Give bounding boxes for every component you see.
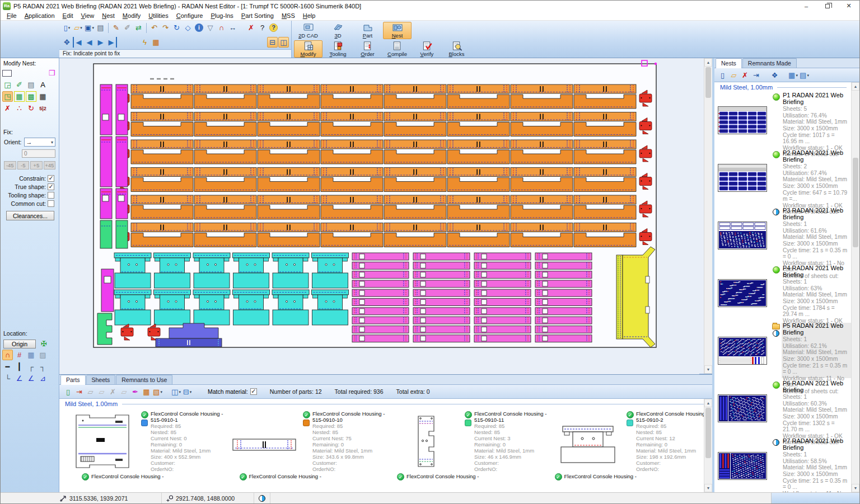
apex-icon[interactable]: ◇ xyxy=(183,22,193,33)
part-card[interactable]: ✓FlexControl Console Housing - xyxy=(82,473,240,481)
save-icon[interactable]: ▣▾ xyxy=(84,22,95,33)
button-tooling[interactable]: Tooling xyxy=(324,40,352,58)
origin-button[interactable]: Origin xyxy=(3,340,36,348)
nests-vscrollbar[interactable]: ▲ ▼ xyxy=(851,82,859,492)
scroll-down-icon[interactable]: ▼ xyxy=(852,484,859,492)
checkbox-constrain-[interactable] xyxy=(48,175,54,182)
canvas-vscrollbar[interactable]: ▲ ▼ xyxy=(704,58,712,374)
corner-tr-icon[interactable]: ┐ xyxy=(38,361,48,372)
snap-magnet-icon[interactable]: ∩ xyxy=(2,350,13,360)
menu-nest[interactable]: Nest xyxy=(98,12,119,20)
simulate-icon[interactable]: ϟ xyxy=(139,37,150,48)
menu-part-sorting[interactable]: Part Sorting xyxy=(237,12,278,20)
open-part-icon[interactable]: ▱ xyxy=(119,387,129,397)
angle-input[interactable] xyxy=(22,149,55,158)
tab-nests[interactable]: Nests xyxy=(716,58,742,68)
part-card[interactable]: ✓FlexControl Console Housing -515-0910-1… xyxy=(226,410,387,472)
angle-button-minus5[interactable]: -5 xyxy=(17,161,30,169)
layout-vertical-icon[interactable]: ◫ xyxy=(278,37,289,48)
nest-entry[interactable]: P2 RADAN 2021 Web BriefingSheets: 2Utili… xyxy=(714,149,851,206)
part-card[interactable]: ✓FlexControl Console Housing -515-0910-1… xyxy=(387,410,549,472)
pin-icon[interactable]: ✒ xyxy=(130,387,141,397)
duplicate-part-icon[interactable]: ▱ xyxy=(96,387,107,397)
table-icon[interactable]: ▦ xyxy=(141,387,152,397)
pan-icon[interactable]: ✥ xyxy=(62,37,72,48)
tab-parts[interactable]: Parts xyxy=(60,375,86,385)
scroll-up-icon[interactable]: ▲ xyxy=(704,399,712,407)
angle-ref-icon[interactable]: ⊿ xyxy=(38,373,48,384)
nest-entry[interactable]: P1 RADAN 2021 Web BriefingSheets: 5Utili… xyxy=(714,91,851,149)
close-button[interactable]: ✕ xyxy=(838,1,859,11)
checkbox-tooling-shape-[interactable] xyxy=(48,192,54,199)
nest-entry[interactable]: P5 RADAN 2021 Web BriefingSheets: 1Utili… xyxy=(714,322,851,379)
menu-edit[interactable]: Edit xyxy=(59,12,77,20)
menu-configure[interactable]: Configure xyxy=(172,12,207,20)
match-material-checkbox[interactable] xyxy=(250,388,257,395)
view-icons-icon[interactable]: ◫▾ xyxy=(171,387,181,397)
menu-help[interactable]: Help xyxy=(299,12,320,20)
part-card[interactable]: ✓FlexControl Console Housing -515-0910-1… xyxy=(64,410,226,472)
parts-vscrollbar[interactable]: ▲ ▼ xyxy=(704,399,712,492)
axes-icon[interactable]: └ xyxy=(2,373,13,384)
orient-select[interactable]: →▾ xyxy=(24,138,55,147)
scroll-thumb[interactable] xyxy=(853,158,858,247)
button-blocks[interactable]: Blocks xyxy=(442,40,471,58)
grid-icon[interactable]: # xyxy=(14,350,25,360)
checkbox-common-cut-[interactable] xyxy=(48,200,54,207)
scroll-down-icon[interactable]: ▼ xyxy=(704,365,712,374)
last-icon[interactable]: ▶ xyxy=(106,37,117,48)
scroll-thumb[interactable] xyxy=(705,67,711,98)
undo-icon[interactable]: ↶ xyxy=(149,22,160,33)
view-3d-icon[interactable]: ❖ xyxy=(769,70,780,81)
button-part[interactable]: Part xyxy=(353,22,382,39)
probe-icon[interactable]: ✐ xyxy=(122,22,133,33)
nest-entry[interactable]: P3 RADAN 2021 Web BriefingSheets: 1Utili… xyxy=(714,206,851,264)
nest-part-icon[interactable]: ◲ xyxy=(2,79,13,90)
magnet-icon[interactable]: ∩ xyxy=(216,22,227,33)
array-icon[interactable]: ▦ xyxy=(38,91,48,102)
angle-button-minus45[interactable]: -45 xyxy=(4,161,16,169)
vertical-line-icon[interactable]: ┃ xyxy=(14,361,25,372)
open-icon[interactable]: ▱▾ xyxy=(73,22,83,33)
export-nest-icon[interactable]: ⇥ xyxy=(751,70,761,81)
button-order[interactable]: Order xyxy=(353,40,382,58)
menu-mss[interactable]: MSS xyxy=(278,12,299,20)
scroll-down-icon[interactable]: ▼ xyxy=(704,484,712,492)
button-2d-cad[interactable]: 2D CAD xyxy=(294,22,322,39)
first-icon[interactable]: ◀ xyxy=(73,37,83,48)
clearances-button[interactable]: Clearances... xyxy=(6,211,54,220)
horizontal-line-icon[interactable]: ━ xyxy=(2,361,13,372)
view-icons-icon[interactable]: ▦▾ xyxy=(788,70,798,81)
move-part-icon[interactable]: ◳ xyxy=(2,91,13,102)
sheet-icon[interactable] xyxy=(2,70,12,77)
minimize-button[interactable]: – xyxy=(796,1,817,11)
nest-entry[interactable]: P4 RADAN 2021 Web BriefingSheets: 1Utili… xyxy=(714,264,851,322)
report-icon[interactable]: ▤ xyxy=(26,79,36,90)
next-icon[interactable]: ▶ xyxy=(95,37,106,48)
nest-entry[interactable]: P6 RADAN 2021 Web BriefingSheets: 1Utili… xyxy=(714,379,851,437)
view-details-icon[interactable]: ⊟▾ xyxy=(182,387,193,397)
menu-view[interactable]: View xyxy=(77,12,99,20)
filter-icon[interactable]: ▽ xyxy=(205,22,216,33)
help-icon[interactable]: ? xyxy=(269,23,278,32)
angle-icon[interactable]: ∠ xyxy=(14,373,25,384)
button-modify[interactable]: Modify xyxy=(294,40,322,58)
menu-application[interactable]: Application xyxy=(21,12,59,20)
delete-part-icon[interactable]: ✗ xyxy=(108,387,118,397)
grid-swap-icon[interactable]: ▦ xyxy=(14,91,25,102)
layout-horizontal-icon[interactable]: ⊟ xyxy=(267,37,278,48)
grid-snap-icon[interactable]: ▦ xyxy=(26,350,36,360)
grid-arrow-icon[interactable]: ▩ xyxy=(26,91,36,102)
scroll-thumb[interactable] xyxy=(705,408,711,458)
angle-button-plus5[interactable]: +5 xyxy=(30,161,43,169)
print-icon[interactable]: ▤ xyxy=(95,22,106,33)
rotate-part-icon[interactable]: ↻ xyxy=(26,103,36,114)
exit-door-icon[interactable]: ❒ xyxy=(46,68,57,78)
text-icon[interactable]: A xyxy=(38,79,48,90)
previous-icon[interactable]: ◀ xyxy=(84,37,95,48)
view-details-icon[interactable]: ▤▾ xyxy=(799,70,810,81)
button-verify[interactable]: Verify xyxy=(413,40,441,58)
delete-part-icon[interactable]: ✗ xyxy=(2,103,13,114)
menu-utilities[interactable]: Utilities xyxy=(144,12,172,20)
button-nest[interactable]: Nest xyxy=(383,22,412,39)
